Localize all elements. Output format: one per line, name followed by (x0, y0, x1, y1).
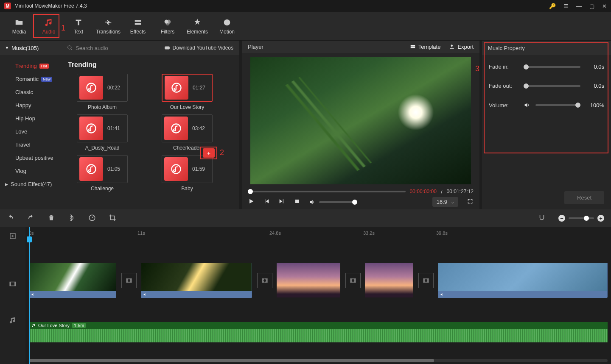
tab-transitions[interactable]: Transitions (93, 14, 123, 39)
annotation-box-2 (200, 147, 217, 159)
redo-button[interactable] (27, 214, 35, 223)
properties-panel: 3 Music Property Fade in: 0.0s Fade out:… (482, 41, 611, 209)
prev-frame-button[interactable] (263, 198, 270, 206)
audio-item[interactable]: 03:42Cheerleader (151, 114, 223, 151)
tab-motion[interactable]: Motion (212, 14, 242, 39)
aspect-ratio-select[interactable]: 16:9 ⌵ (432, 197, 458, 207)
tab-filters[interactable]: Filters (153, 14, 182, 39)
minimize-icon[interactable]: — (576, 3, 582, 9)
svg-rect-11 (295, 200, 299, 203)
tab-elements[interactable]: Elements (182, 14, 212, 39)
zoom-in-button[interactable]: + (597, 215, 604, 222)
key-icon[interactable]: 🔑 (549, 3, 556, 9)
sidebar-item-trending[interactable]: Trending Hot (0, 59, 64, 72)
music-thumb-icon (79, 117, 103, 140)
timeline-scrollbar[interactable] (29, 359, 608, 362)
delete-button[interactable] (48, 214, 55, 223)
audio-name: Baby (181, 186, 193, 192)
video-clip[interactable] (438, 263, 608, 297)
tab-effects[interactable]: Effects (123, 14, 153, 39)
video-clip[interactable] (277, 263, 340, 297)
close-icon[interactable]: ✕ (602, 3, 607, 9)
svg-rect-15 (10, 282, 11, 286)
video-preview (250, 57, 471, 184)
sidebar-item-love[interactable]: Love (0, 125, 64, 138)
zoom-out-button[interactable]: − (558, 215, 565, 222)
audio-name: Our Love Story (170, 104, 205, 110)
crop-button[interactable] (109, 214, 116, 223)
add-track-button[interactable] (0, 227, 25, 245)
audio-clip-name: Our Love Story (38, 323, 70, 328)
volume-icon[interactable] (309, 199, 316, 206)
music-thumb-icon (164, 157, 188, 181)
video-track[interactable] (25, 263, 611, 300)
sidebar-item-travel[interactable]: Travel (0, 138, 64, 151)
audio-clip[interactable]: Our Love Story 1.5m (29, 322, 608, 342)
zoom-slider[interactable] (569, 217, 594, 219)
caret-down-icon: ▼ (5, 46, 9, 50)
fullscreen-button[interactable] (467, 198, 474, 206)
sidebar-item-romantic[interactable]: Romantic New (0, 72, 64, 86)
annotation-box-1 (33, 14, 59, 38)
transition-slot[interactable] (418, 273, 434, 288)
player-panel: Player Template Export 00:00:00:00 / 00:… (242, 41, 479, 209)
video-clip[interactable] (29, 263, 116, 297)
music-thumb-icon (165, 76, 188, 100)
new-badge: New (41, 77, 52, 82)
reset-button[interactable]: Reset (564, 191, 604, 204)
player-volume-slider[interactable] (319, 201, 357, 203)
play-button[interactable] (248, 198, 255, 206)
main-tabs: Media Audio Text Transitions Effects Fil… (0, 12, 611, 41)
music-thumb-icon (164, 117, 188, 140)
tab-text[interactable]: Text (64, 14, 93, 39)
audio-name: Cheerleader (173, 145, 201, 151)
library-panel: ▼ Music(105) Search audio Download YouTu… (0, 41, 239, 209)
download-youtube-link[interactable]: Download YouTube Videos (164, 45, 239, 51)
audio-item[interactable]: 01:41A_Dusty_Road (66, 114, 138, 151)
timeline-ruler[interactable]: 0s 11s 24.8s 33.2s 39.8s (25, 227, 611, 242)
music-thumb-icon (79, 76, 103, 100)
maximize-icon[interactable]: ▢ (589, 3, 594, 9)
audio-duration: 01:27 (193, 85, 205, 91)
elements-icon (193, 18, 202, 27)
grid-section-title: Trending (68, 61, 237, 69)
playhead[interactable] (29, 227, 30, 364)
sidebar-item-vlog[interactable]: Vlog (0, 164, 64, 178)
undo-button[interactable] (7, 214, 14, 223)
timeline-body[interactable]: 0s 11s 24.8s 33.2s 39.8s Our Love Story … (25, 227, 611, 364)
player-progress[interactable] (248, 191, 406, 192)
audio-name: A_Dusty_Road (85, 145, 120, 151)
audio-item[interactable]: 00:22Photo Album (66, 74, 138, 110)
audio-duration: 01:41 (107, 125, 120, 131)
template-button[interactable]: Template (410, 44, 441, 50)
snap-button[interactable] (538, 214, 546, 223)
annotation-box-3 (484, 42, 608, 153)
svg-rect-4 (165, 47, 170, 50)
next-frame-button[interactable] (278, 198, 285, 206)
export-button[interactable]: Export (449, 44, 474, 50)
player-canvas[interactable] (242, 53, 479, 189)
transition-slot[interactable] (257, 273, 272, 288)
menu-icon[interactable]: ☰ (563, 3, 569, 9)
split-button[interactable] (68, 214, 76, 223)
sidebar-item-hiphop[interactable]: Hip Hop (0, 112, 64, 125)
export-icon (449, 44, 455, 50)
library-category-header[interactable]: ▼ Music(105) (0, 45, 64, 51)
sidebar-item-classic[interactable]: Classic (0, 86, 64, 99)
stop-button[interactable] (294, 198, 300, 206)
tab-media[interactable]: Media (4, 14, 34, 39)
audio-item[interactable]: 01:05Challenge (66, 155, 138, 192)
audio-item[interactable]: 01:27Our Love Story (151, 74, 223, 110)
transition-slot[interactable] (121, 273, 137, 288)
video-clip[interactable] (365, 263, 413, 297)
video-clip[interactable] (141, 263, 252, 297)
transitions-icon (104, 18, 113, 27)
audio-item[interactable]: 01:59Baby (151, 155, 223, 192)
transition-slot[interactable] (345, 273, 361, 288)
music-note-icon (31, 323, 36, 328)
search-input[interactable]: Search audio (64, 45, 164, 51)
speed-button[interactable] (88, 214, 96, 223)
sidebar-item-happy[interactable]: Happy (0, 99, 64, 112)
sidebar-group-soundeffect[interactable]: ▶ Sound Effect(47) (0, 178, 64, 191)
sidebar-item-upbeat[interactable]: Upbeat positive (0, 151, 64, 164)
